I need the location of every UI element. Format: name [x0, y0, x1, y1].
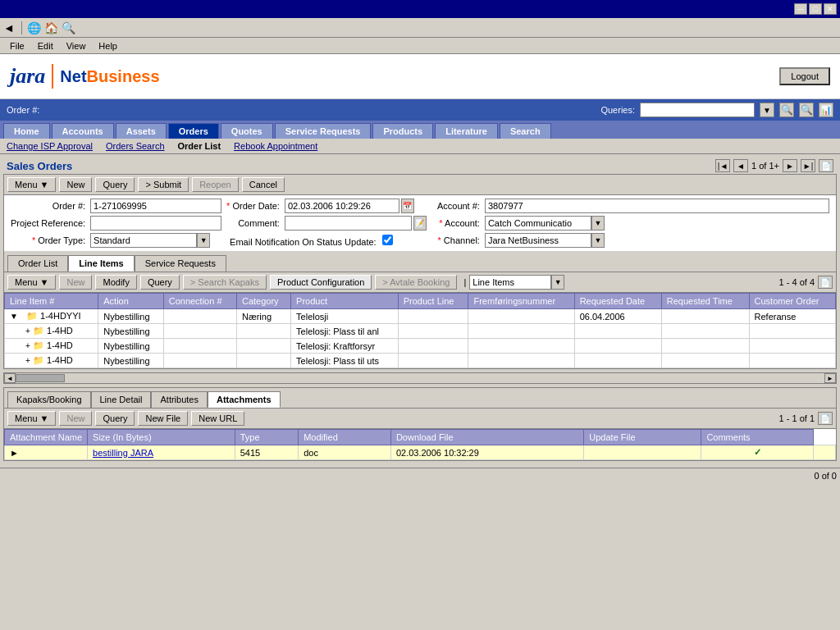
line-items-modify-btn[interactable]: Modify: [95, 275, 136, 290]
table-row[interactable]: + 📁 1-4HD Nybestilling Telelosji: Plass …: [5, 354, 836, 368]
tab-products[interactable]: Products: [372, 123, 433, 139]
tree-expand-1[interactable]: +: [25, 326, 30, 336]
channel-field: ▼: [485, 233, 829, 248]
order-type-dropdown-btn[interactable]: ▼: [197, 233, 210, 248]
tree-expand-3[interactable]: +: [25, 356, 30, 365]
table-row[interactable]: + 📁 1-4HD Nybestilling Telelosji: Kraftf…: [5, 339, 836, 354]
tab-quotes[interactable]: Quotes: [221, 123, 273, 139]
product-config-btn[interactable]: Product Configuration: [270, 275, 372, 290]
order-type-input[interactable]: [90, 233, 197, 248]
search-kapaks-btn[interactable]: > Search Kapaks: [183, 275, 267, 290]
channel-dropdown-btn[interactable]: ▼: [591, 233, 605, 248]
comment-expand-btn[interactable]: 📝: [413, 216, 427, 231]
order-date-input[interactable]: [285, 199, 399, 213]
query-btn[interactable]: Query: [95, 177, 135, 192]
cell-attachment-name[interactable]: bestilling JARA: [88, 445, 235, 460]
tab-assets[interactable]: Assets: [116, 123, 167, 139]
restore-button[interactable]: □: [809, 3, 822, 15]
account-dropdown-btn[interactable]: ▼: [591, 216, 605, 231]
subnav-rebook[interactable]: Rebook Appointment: [234, 141, 317, 151]
tab-accounts[interactable]: Accounts: [52, 123, 114, 139]
tab-home[interactable]: Home: [3, 123, 50, 139]
tab-line-detail[interactable]: Line Detail: [91, 391, 152, 408]
line-items-new-btn[interactable]: New: [59, 275, 92, 290]
tab-attributes[interactable]: Attributes: [151, 391, 207, 408]
toolbar-icon-back[interactable]: ◄: [2, 21, 16, 34]
queries-search-btn[interactable]: 🔍: [779, 103, 794, 117]
project-ref-input[interactable]: [90, 216, 221, 231]
tab-kapaks-booking[interactable]: Kapaks/Booking: [7, 391, 91, 408]
tab-line-items[interactable]: Line Items: [68, 255, 134, 272]
table-row[interactable]: ► bestilling JARA 5415 doc 02.03.2006 10…: [5, 445, 836, 460]
menu-dropdown-btn[interactable]: Menu ▼: [7, 177, 56, 192]
cancel-btn[interactable]: Cancel: [242, 177, 285, 192]
avtale-booking-btn[interactable]: > Avtale Booking: [375, 275, 457, 290]
cell-product: Telelosji: Kraftforsyr: [291, 339, 399, 354]
horizontal-scrollbar[interactable]: ◄ ►: [3, 372, 837, 384]
subnav-orders-search[interactable]: Orders Search: [106, 141, 165, 151]
tab-search[interactable]: Search: [500, 123, 551, 139]
tab-service-requests[interactable]: Service Requests: [275, 123, 372, 139]
subnav-order-list[interactable]: Order List: [178, 141, 221, 151]
email-notif-checkbox[interactable]: [382, 235, 393, 245]
page-next-btn[interactable]: ►: [783, 159, 797, 172]
order-date-calendar-btn[interactable]: 📅: [401, 199, 414, 213]
line-items-query-btn[interactable]: Query: [140, 275, 180, 290]
bottom-new-btn[interactable]: New: [59, 411, 92, 426]
bottom-export-btn[interactable]: 📄: [818, 412, 833, 425]
reopen-btn[interactable]: Reopen: [192, 177, 239, 192]
tree-expand-0[interactable]: ▼: [10, 312, 18, 321]
new-file-btn[interactable]: New File: [138, 411, 188, 426]
new-url-btn[interactable]: New URL: [191, 411, 244, 426]
comment-input[interactable]: [285, 216, 412, 231]
tab-attachments[interactable]: Attachments: [208, 391, 281, 408]
line-items-export-btn[interactable]: 📄: [818, 276, 833, 289]
line-items-filter-input[interactable]: [469, 275, 551, 290]
table-row[interactable]: ▼ 📁 1-4HDYYI Nybestilling Næring Telelos…: [5, 309, 836, 324]
account-input[interactable]: [485, 216, 591, 231]
scrollbar-thumb[interactable]: [16, 374, 65, 382]
cell-fremforing: [468, 324, 574, 339]
bottom-query-btn[interactable]: Query: [95, 411, 135, 426]
toolbar-icon-globe[interactable]: 🌐: [27, 21, 41, 34]
scroll-right-btn[interactable]: ►: [824, 373, 836, 383]
menu-view[interactable]: View: [60, 39, 93, 52]
toolbar-icon-home[interactable]: 🏠: [44, 21, 58, 34]
cell-line-item: ▼ 📁 1-4HDYYI: [5, 309, 98, 324]
cell-req-time: [661, 339, 749, 354]
subnav-change-isp[interactable]: Change ISP Approval: [7, 141, 93, 151]
close-button[interactable]: ✕: [824, 3, 837, 15]
page-last-btn[interactable]: ►|: [801, 159, 815, 172]
queries-dropdown-btn[interactable]: ▼: [760, 103, 774, 117]
channel-input[interactable]: [485, 233, 591, 248]
submit-btn[interactable]: > Submit: [138, 177, 189, 192]
menu-file[interactable]: File: [3, 39, 31, 52]
tab-orders[interactable]: Orders: [168, 123, 219, 139]
page-first-btn[interactable]: |◄: [715, 159, 730, 172]
menu-help[interactable]: Help: [92, 39, 124, 52]
tab-literature[interactable]: Literature: [435, 123, 498, 139]
queries-chart-btn[interactable]: 📊: [819, 103, 833, 117]
menu-edit[interactable]: Edit: [31, 39, 60, 52]
toolbar-icon-search[interactable]: 🔍: [62, 21, 75, 34]
logout-button[interactable]: Logout: [779, 67, 830, 85]
new-order-btn[interactable]: New: [59, 177, 92, 192]
order-num-input[interactable]: [90, 199, 221, 213]
tree-expand-2[interactable]: +: [25, 341, 30, 350]
queries-input[interactable]: [640, 103, 755, 117]
tab-order-list[interactable]: Order List: [7, 255, 68, 272]
minimize-button[interactable]: ─: [794, 3, 807, 15]
page-prev-btn[interactable]: ◄: [733, 159, 748, 172]
queries-search2-btn[interactable]: 🔍: [799, 103, 814, 117]
cell-download: [584, 445, 701, 460]
page-new-btn[interactable]: 📄: [819, 159, 833, 172]
scroll-left-btn[interactable]: ◄: [4, 373, 16, 383]
line-items-menu-btn[interactable]: Menu ▼: [7, 275, 56, 290]
account-num-input[interactable]: [485, 199, 829, 213]
order-num-label: Order #:: [11, 201, 85, 211]
line-items-filter-dropdown[interactable]: ▼: [551, 275, 564, 290]
line-items-table-container[interactable]: Line Item # Action Connection # Category…: [4, 293, 836, 368]
bottom-menu-btn[interactable]: Menu ▼: [7, 411, 56, 426]
table-row[interactable]: + 📁 1-4HD Nybestilling Telelosji: Plass …: [5, 324, 836, 339]
tab-service-requests-inner[interactable]: Service Requests: [135, 255, 226, 272]
